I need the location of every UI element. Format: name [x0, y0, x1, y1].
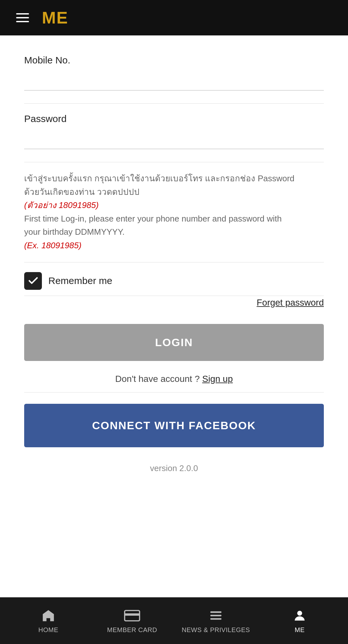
forget-password-row: Forget password — [24, 298, 324, 308]
divider-1 — [24, 103, 324, 104]
nav-home[interactable]: HOME — [6, 608, 90, 634]
mobile-label: Mobile No. — [24, 55, 324, 66]
nav-me-label: ME — [295, 626, 305, 634]
me-icon — [292, 608, 308, 624]
forget-password-link[interactable]: Forget password — [256, 298, 324, 308]
nav-me[interactable]: ME — [258, 608, 342, 634]
password-label: Password — [24, 113, 324, 124]
home-icon — [40, 608, 56, 624]
password-field-group: Password — [24, 113, 324, 152]
nav-member-card[interactable]: MEMBER CARD — [90, 608, 174, 634]
remember-me-label: Remember me — [48, 275, 112, 286]
main-content: Mobile No. Password เข้าสู่ระบบครั้งแรก … — [0, 35, 348, 597]
svg-rect-2 — [210, 611, 222, 613]
info-thai-example: (ตัวอย่าง 18091985) — [24, 200, 99, 210]
login-button[interactable]: LOGIN — [24, 324, 324, 361]
nav-member-card-label: MEMBER CARD — [107, 626, 157, 634]
hamburger-menu-button[interactable] — [16, 13, 29, 22]
svg-rect-3 — [210, 615, 222, 616]
app-title: ME — [42, 8, 68, 27]
header: ME — [0, 0, 348, 35]
news-icon — [208, 608, 224, 624]
mobile-input[interactable] — [24, 72, 324, 90]
info-text-block: เข้าสู่ระบบครั้งแรก กรุณาเข้าใช้งานด้วยเ… — [24, 172, 324, 252]
mobile-field-group: Mobile No. — [24, 55, 324, 94]
divider-2 — [24, 162, 324, 162]
sign-up-link[interactable]: Sign up — [202, 374, 233, 384]
signup-row: Don't have account ? Sign up — [24, 374, 324, 384]
info-thai-line2: ด้วยวันเกิดของท่าน ววดดปปปป — [24, 187, 140, 197]
divider-4 — [24, 392, 324, 393]
version-text: version 2.0.0 — [24, 463, 324, 473]
remember-me-row: Remember me — [24, 272, 324, 290]
nav-home-label: HOME — [38, 626, 58, 634]
svg-rect-4 — [210, 618, 222, 620]
nav-news-label: NEWS & PRIVILEGES — [182, 626, 250, 634]
facebook-connect-button[interactable]: CONNECT WITH FACEBOOK — [24, 404, 324, 447]
divider-3 — [24, 262, 324, 262]
info-en-example: (Ex. 18091985) — [24, 241, 82, 250]
svg-rect-1 — [125, 613, 140, 616]
password-input[interactable] — [24, 131, 324, 149]
info-thai-line1: เข้าสู่ระบบครั้งแรก กรุณาเข้าใช้งานด้วยเ… — [24, 174, 295, 183]
info-en-line1: First time Log-in, please enter your pho… — [24, 214, 282, 223]
info-en-line2: your birthday DDMMYYYY. — [24, 227, 125, 237]
svg-point-5 — [297, 611, 302, 616]
no-account-text: Don't have account ? — [115, 374, 200, 384]
bottom-navigation: HOME MEMBER CARD NEWS & PRIVILEGES — [0, 597, 348, 644]
member-card-icon — [124, 608, 140, 624]
remember-me-checkbox[interactable] — [24, 272, 42, 290]
nav-news-privileges[interactable]: NEWS & PRIVILEGES — [174, 608, 258, 634]
